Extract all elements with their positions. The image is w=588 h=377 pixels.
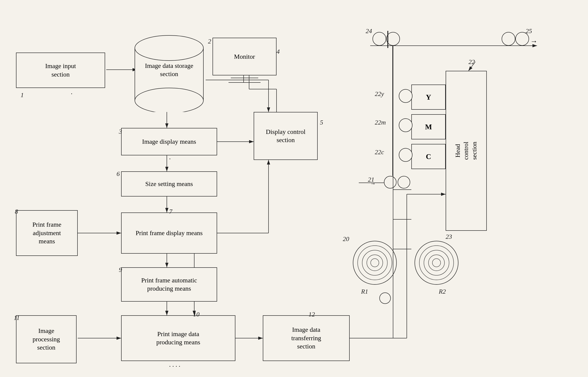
svg-point-37 [367, 255, 383, 271]
roller-24b [386, 32, 400, 46]
label-12: 12 [308, 311, 315, 318]
head-control-label: Headcontrolsection [454, 142, 479, 160]
small-roller-below-R1 [379, 293, 391, 304]
image-data-transfer-box: Image datatransferringsection [263, 315, 350, 361]
label-R1: R1 [361, 288, 368, 295]
image-input-box: Image inputsection [16, 53, 105, 88]
label-8: 8 [15, 208, 18, 215]
svg-point-32 [135, 35, 203, 60]
roller-21a [384, 176, 397, 188]
print-frame-adj-label: Print frameadjustmentmeans [33, 221, 61, 245]
roller-25a [502, 32, 515, 46]
roll-R2 [414, 240, 459, 286]
image-processing-label: Imageprocessingsection [33, 327, 60, 352]
roll-R2-svg [414, 240, 459, 286]
size-setting-label: Size setting means [145, 180, 193, 188]
print-frame-auto-label: Print frame automaticproducing means [141, 276, 197, 293]
label-R2: R2 [439, 288, 446, 295]
label-23: 23 [446, 233, 452, 240]
label-7: 7 [169, 208, 172, 215]
monitor-box: Monitor [212, 38, 277, 75]
roll-R1 [352, 240, 398, 286]
label-25: 25 [526, 27, 532, 35]
svg-point-34 [353, 241, 397, 284]
head-control-box: Headcontrolsection [446, 71, 487, 231]
roller-22y [399, 89, 412, 103]
display-control-label: Display controlsection [266, 128, 305, 144]
svg-point-42 [428, 255, 445, 271]
print-frame-display-label: Print frame display means [136, 229, 202, 237]
label-22m: 22m [375, 119, 386, 126]
roller-22m [399, 118, 412, 132]
label-9: 9 [119, 266, 122, 273]
print-frame-auto-box: Print frame automaticproducing means [121, 267, 217, 302]
svg-point-36 [362, 250, 387, 275]
label-3: 3 [119, 128, 122, 135]
label-11: 11 [14, 314, 20, 321]
color-box-M: M [411, 114, 446, 139]
label-22: 22 [469, 58, 475, 66]
dots-10: · · · · [169, 363, 180, 370]
dots-1: · [71, 90, 72, 98]
paper-line-top [387, 31, 388, 48]
display-control-box: Display controlsection [254, 112, 318, 160]
arrow-21: → [370, 180, 376, 187]
image-processing-box: Imageprocessingsection [16, 315, 77, 363]
svg-point-40 [419, 246, 454, 280]
image-data-storage-text: Image data storagesection [132, 62, 206, 78]
svg-point-35 [358, 246, 392, 280]
print-frame-display-box: Print frame display means [121, 212, 217, 254]
label-24: 24 [366, 27, 372, 35]
svg-point-39 [415, 241, 458, 284]
monitor-stand [231, 75, 258, 78]
roller-22c [399, 148, 412, 162]
size-setting-box: Size setting means [121, 171, 217, 197]
label-6: 6 [117, 170, 120, 177]
monitor-base [229, 82, 260, 83]
label-22c: 22c [375, 149, 384, 156]
exit-arrow: → [530, 37, 538, 46]
monitor-neck [243, 75, 244, 82]
paper-line [392, 46, 393, 176]
svg-point-38 [371, 259, 379, 267]
label-2: 2 [208, 38, 211, 45]
print-frame-adj-box: Print frameadjustmentmeans [16, 210, 78, 256]
svg-point-33 [135, 88, 203, 112]
color-box-C: C [411, 144, 446, 169]
dots-3: · [169, 155, 171, 163]
label-22y: 22y [375, 90, 384, 98]
roll-R1-svg [352, 240, 398, 286]
print-image-data-box: Print image dataproducing means [121, 315, 235, 361]
svg-point-41 [424, 250, 449, 275]
image-data-transfer-label: Image datatransferringsection [291, 326, 321, 351]
image-display-label: Image display means [142, 138, 196, 146]
diagram: Image inputsection 1 Image data storages… [0, 0, 588, 377]
image-data-storage-cylinder: Image data storagesection [132, 34, 206, 112]
svg-point-43 [432, 259, 441, 267]
label-4: 4 [277, 48, 280, 55]
label-20: 20 [343, 235, 349, 243]
print-image-data-label: Print image dataproducing means [156, 330, 200, 347]
monitor-label: Monitor [234, 53, 255, 60]
image-display-box: Image display means [121, 128, 217, 155]
roller-21b [398, 176, 410, 188]
label-1: 1 [21, 91, 24, 99]
label-5: 5 [320, 119, 323, 126]
roller-24a [373, 32, 386, 46]
image-input-label: Image inputsection [45, 62, 76, 79]
label-10: 10 [193, 311, 200, 318]
color-box-Y: Y [411, 84, 446, 110]
